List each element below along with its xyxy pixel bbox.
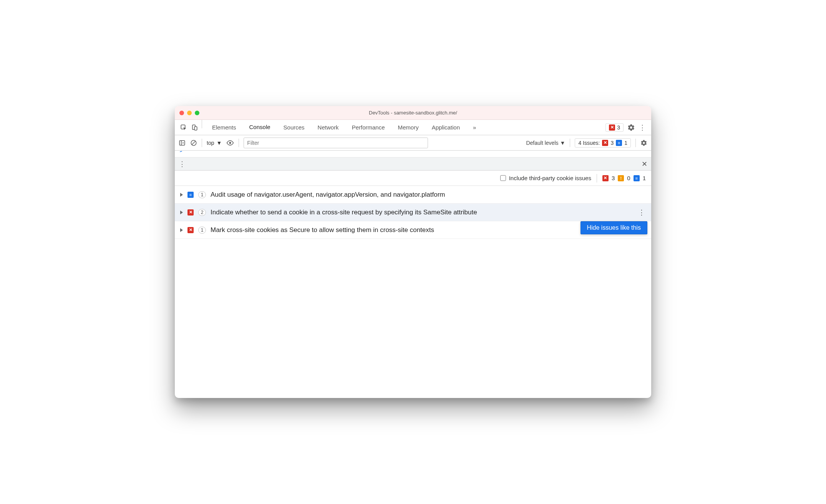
devtools-window: DevTools - samesite-sandbox.glitch.me/ E… bbox=[175, 106, 651, 398]
tab-memory[interactable]: Memory bbox=[392, 120, 425, 135]
issue-title: Mark cross-site cookies as Secure to all… bbox=[211, 226, 434, 234]
issues-summary-button[interactable]: 4 Issues: ✕ 3 ≡ 1 bbox=[575, 138, 631, 148]
tab-overflow[interactable]: » bbox=[467, 120, 482, 135]
titlebar: DevTools - samesite-sandbox.glitch.me/ bbox=[175, 106, 651, 120]
issue-row[interactable]: ✕ 1 Mark cross-site cookies as Secure to… bbox=[175, 221, 651, 239]
console-toolbar: top ▼ Default levels ▼ 4 Issues: ✕ 3 ≡ 1 bbox=[175, 135, 651, 151]
issue-count-pill: 2 bbox=[198, 209, 206, 216]
issues-info-count: 1 bbox=[624, 140, 627, 146]
error-count-badge[interactable]: ✕ 3 bbox=[605, 123, 624, 132]
traffic-lights bbox=[179, 111, 199, 115]
drawer-more-icon[interactable]: ⋮ bbox=[179, 161, 186, 167]
drawer-close-icon[interactable]: ✕ bbox=[642, 160, 647, 168]
issue-row[interactable]: ≡ 1 Audit usage of navigator.userAgent, … bbox=[175, 186, 651, 204]
third-party-cookie-label: Include third-party cookie issues bbox=[509, 175, 591, 181]
loading-spinner-icon bbox=[179, 151, 184, 156]
settings-icon[interactable] bbox=[627, 124, 635, 131]
tab-performance[interactable]: Performance bbox=[346, 120, 391, 135]
issues-list: ≡ 1 Audit usage of navigator.userAgent, … bbox=[175, 186, 651, 239]
issue-row-menu-icon[interactable]: ⋮ bbox=[638, 209, 645, 216]
svg-rect-3 bbox=[179, 141, 185, 145]
issue-count-pill: 1 bbox=[198, 191, 206, 198]
issue-counts: ✕ 3 ! 0 ≡ 1 bbox=[602, 175, 646, 181]
chevron-down-icon: ▼ bbox=[216, 140, 222, 146]
issues-toolbar: Include third-party cookie issues ✕ 3 ! … bbox=[175, 171, 651, 186]
error-count: 3 bbox=[612, 175, 615, 181]
live-expression-icon[interactable] bbox=[226, 139, 234, 147]
checkbox-icon bbox=[500, 175, 506, 181]
issue-title: Indicate whether to send a cookie in a c… bbox=[211, 209, 477, 216]
window-title: DevTools - samesite-sandbox.glitch.me/ bbox=[175, 110, 651, 116]
error-icon: ✕ bbox=[187, 209, 194, 216]
chevron-down-icon: ▼ bbox=[560, 140, 566, 146]
error-icon: ✕ bbox=[602, 175, 609, 181]
more-options-icon[interactable]: ⋮ bbox=[639, 124, 646, 131]
console-settings-icon[interactable] bbox=[640, 139, 647, 146]
devtools-tabs: Elements Console Sources Network Perform… bbox=[206, 120, 482, 135]
clear-console-icon[interactable] bbox=[190, 139, 197, 146]
warning-icon: ! bbox=[618, 175, 624, 181]
tab-sources[interactable]: Sources bbox=[277, 120, 311, 135]
svg-marker-5 bbox=[183, 142, 184, 144]
svg-rect-2 bbox=[194, 126, 197, 130]
issue-title: Audit usage of navigator.userAgent, navi… bbox=[211, 191, 445, 199]
info-icon: ≡ bbox=[634, 175, 640, 181]
execution-context-selector[interactable]: top ▼ bbox=[207, 140, 222, 146]
console-filter-input[interactable] bbox=[244, 138, 428, 148]
tab-console[interactable]: Console bbox=[243, 120, 277, 135]
svg-line-7 bbox=[192, 141, 196, 144]
zoom-window-button[interactable] bbox=[195, 111, 199, 115]
info-icon: ≡ bbox=[616, 140, 622, 146]
issue-row[interactable]: ✕ 2 Indicate whether to send a cookie in… bbox=[175, 204, 651, 221]
device-toggle-icon[interactable] bbox=[191, 124, 198, 131]
error-count: 3 bbox=[617, 124, 620, 131]
console-output bbox=[175, 151, 651, 158]
tab-application[interactable]: Application bbox=[426, 120, 466, 135]
console-sidebar-toggle-icon[interactable] bbox=[179, 139, 186, 146]
issue-count-pill: 1 bbox=[198, 227, 206, 234]
close-window-button[interactable] bbox=[179, 111, 184, 115]
info-count: 1 bbox=[643, 175, 646, 181]
tab-elements[interactable]: Elements bbox=[206, 120, 242, 135]
error-icon: ✕ bbox=[602, 140, 608, 146]
divider bbox=[202, 120, 202, 128]
divider bbox=[202, 139, 202, 147]
error-icon: ✕ bbox=[187, 227, 194, 233]
warning-count: 0 bbox=[627, 175, 630, 181]
tab-network[interactable]: Network bbox=[312, 120, 345, 135]
inspect-element-icon[interactable] bbox=[180, 124, 187, 131]
devtools-tabbar: Elements Console Sources Network Perform… bbox=[175, 120, 651, 135]
info-icon: ≡ bbox=[187, 192, 194, 198]
error-icon: ✕ bbox=[609, 124, 615, 131]
svg-point-8 bbox=[229, 142, 231, 144]
issues-error-count: 3 bbox=[610, 140, 614, 146]
log-levels-label: Default levels bbox=[526, 140, 558, 146]
divider bbox=[570, 139, 570, 147]
log-levels-selector[interactable]: Default levels ▼ bbox=[526, 140, 565, 146]
divider bbox=[239, 139, 239, 147]
disclosure-triangle-icon bbox=[180, 211, 183, 214]
execution-context-label: top bbox=[207, 140, 214, 146]
minimize-window-button[interactable] bbox=[187, 111, 192, 115]
divider bbox=[597, 174, 597, 182]
disclosure-triangle-icon bbox=[180, 228, 183, 232]
third-party-cookie-toggle[interactable]: Include third-party cookie issues bbox=[500, 175, 591, 181]
issues-label: 4 Issues: bbox=[578, 140, 600, 146]
drawer-header: ⋮ ✕ bbox=[175, 158, 651, 171]
divider bbox=[635, 139, 636, 147]
disclosure-triangle-icon bbox=[180, 193, 183, 197]
